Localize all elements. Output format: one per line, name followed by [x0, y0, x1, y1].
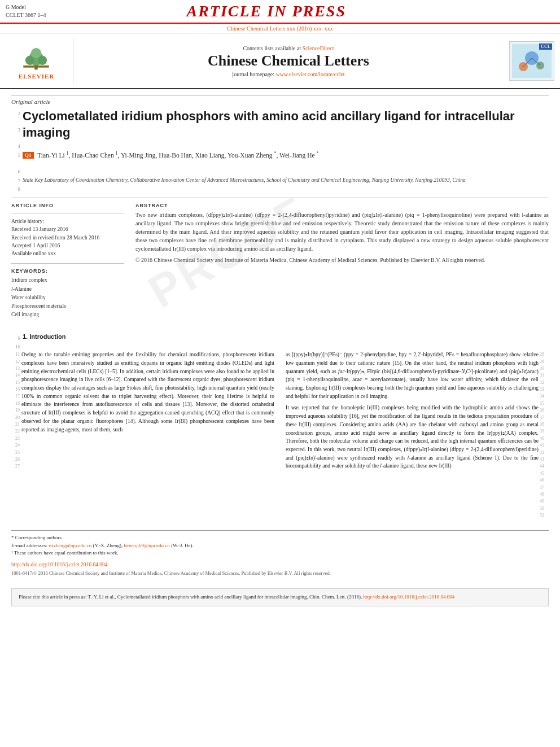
abstract-col: Abstract Two new iridium complexes, (dfp… — [135, 203, 549, 325]
intro-left-text: Owing to the tunable emitting properties… — [21, 351, 274, 434]
email-name-2: (W.-J. He). — [171, 543, 194, 548]
homepage-link[interactable]: www.elsevier.com/locate/cclet — [276, 71, 345, 77]
keywords-section: Keywords: Iridium complex l-Alanine Wate… — [11, 268, 124, 319]
affiliation-content: State Key Laboratory of Coordination Che… — [23, 176, 549, 193]
email-link-2[interactable]: heweiji69@nju.edu.cn — [124, 543, 170, 548]
abstract-paragraph1: Two new iridium complexes, (dfppy)₂Ir(l-… — [135, 211, 549, 253]
article-title: Cyclometallated iridium phosphors with a… — [23, 108, 549, 141]
elsevier-logo: ELSEVIER — [19, 43, 55, 80]
footnote-area: * Corresponding authors. E-mail addresse… — [11, 530, 549, 577]
keywords-label: Keywords: — [11, 268, 124, 274]
authors-content: Q1 Tian-Yi Li 1, Hua-Chao Chen 1, Yi-Min… — [23, 150, 549, 176]
sciencedirect-line: Contents lists available at ScienceDirec… — [243, 45, 334, 51]
issn-line: 1001-8417/© 2016 Chinese Chemical Societ… — [11, 570, 549, 577]
keyword-1: Iridium complex — [11, 276, 124, 285]
main-content: Original article 2 3 4 Cyclometallated i… — [0, 89, 560, 612]
model-label: G Model — [6, 3, 46, 11]
intro-title-area: 9 10 1. Introduction — [11, 333, 549, 351]
journal-homepage: journal homepage: www.elsevier.com/locat… — [232, 71, 344, 77]
intro-right-text2: It was reported that the homoleptic Ir(I… — [286, 404, 539, 470]
affiliation-area: 7 8 State Key Laboratory of Coordination… — [11, 176, 549, 193]
journal-cover: CCL — [509, 41, 554, 81]
footnote-equal: ¹ These authors have equal contribution … — [11, 549, 549, 557]
line-numbers-top: 2 3 4 — [11, 108, 23, 150]
cclet-label: CCLET 3667 1–4 — [6, 11, 46, 19]
citation-bar: Please cite this article in press as: T.… — [11, 588, 549, 606]
sciencedirect-link[interactable]: ScienceDirect — [302, 45, 334, 51]
body-content: 9 10 1. Introduction 11 12 13 14 15 16 1… — [11, 333, 549, 606]
elsevier-tree-icon — [19, 43, 53, 71]
elsevier-text: ELSEVIER — [19, 73, 55, 80]
authors-area: 5 6 Q1 Tian-Yi Li 1, Hua-Chao Chen 1, Yi… — [11, 150, 549, 176]
article-info-abstract: Article info Article history: Received 1… — [11, 203, 549, 325]
right-body-linenums: 28 29 30 31 32 33 34 35 36 37 38 39 40 4… — [539, 351, 549, 519]
left-body-linenums: 11 12 13 14 15 16 17 18 19 20 21 22 23 2… — [11, 351, 21, 519]
line-nums-intro: 9 10 — [11, 333, 23, 351]
keyword-3: Water solubility — [11, 294, 124, 302]
journal-name: Chinese Chemical Letters — [208, 53, 369, 69]
svg-rect-5 — [24, 65, 49, 68]
history-label: Article history: — [11, 218, 124, 225]
citation-doi-link[interactable]: http://dx.doi.org/10.1016/j.cclet.2016.0… — [364, 594, 455, 600]
elsevier-logo-area: ELSEVIER — [0, 38, 73, 84]
keyword-4: Phosphorescent materials — [11, 302, 124, 311]
received-date: Received 13 January 2016 — [11, 226, 124, 233]
article-info-label: Article info — [11, 203, 124, 208]
footnote-corresponding: * Corresponding authors. — [11, 534, 549, 542]
model-info: G Model CCLET 3667 1–4 — [6, 3, 46, 19]
abstract-text: Two new iridium complexes, (dfppy)₂Ir(l-… — [135, 211, 549, 264]
right-col-wrapper: as [(ppy)₂Ir(bpy)]⁺(PF₆)⁻ (ppy = 2-pheny… — [286, 351, 549, 519]
divider1 — [11, 198, 549, 198]
keyword-5: Cell imaging — [11, 311, 124, 319]
citation-text: Please cite this article in press as: T.… — [19, 594, 362, 600]
right-body-col: as [(ppy)₂Ir(bpy)]⁺(PF₆)⁻ (ppy = 2-pheny… — [286, 351, 539, 519]
left-col-wrapper: 11 12 13 14 15 16 17 18 19 20 21 22 23 2… — [11, 351, 274, 519]
article-type: Original article — [11, 95, 549, 105]
intro-section-title: 1. Introduction — [23, 333, 65, 340]
divider2 — [11, 213, 124, 213]
article-info-col: Article info Article history: Received 1… — [11, 203, 124, 325]
abstract-section: Article info Article history: Received 1… — [11, 203, 549, 325]
journal-header: ELSEVIER Contents lists available at Sci… — [0, 34, 560, 89]
doi-link[interactable]: http://dx.doi.org/10.1016/j.cclet.2016.0… — [11, 562, 108, 567]
abstract-label: Abstract — [135, 203, 549, 208]
left-body-col: Owing to the tunable emitting properties… — [21, 351, 274, 519]
footnote-email-label: E-mail addresses: — [11, 543, 47, 548]
q1-badge: Q1 — [23, 152, 34, 159]
keyword-2: l-Alanine — [11, 285, 124, 294]
available-date: Available online xxx — [11, 250, 124, 257]
email-name-1: (Y.-X. Zheng), — [93, 543, 123, 548]
accepted-date: Accepted 1 April 2016 — [11, 242, 124, 250]
revised-date: Received in revised form 28 March 2016 — [11, 234, 124, 242]
intro-title: 1. Introduction — [23, 333, 65, 351]
title-area: 2 3 4 Cyclometallated iridium phosphors … — [11, 108, 549, 150]
svg-point-4 — [31, 48, 41, 58]
line-numbers-authors: 5 6 — [11, 150, 23, 176]
journal-cover-area: CCL — [504, 38, 560, 84]
keywords-list: Iridium complex l-Alanine Water solubili… — [11, 276, 124, 319]
affiliation-text: State Key Laboratory of Coordination Che… — [23, 177, 549, 183]
abstract-copyright: © 2016 Chinese Chemical Society and Inst… — [135, 256, 549, 264]
doi-line: http://dx.doi.org/10.1016/j.cclet.2016.0… — [11, 561, 549, 569]
article-in-press-banner: ARTICLE IN PRESS — [46, 2, 487, 20]
authors-list: Q1 Tian-Yi Li 1, Hua-Chao Chen 1, Yi-Min… — [23, 150, 549, 160]
line-numbers-affil: 7 8 — [11, 176, 23, 193]
ccl-badge: CCL — [539, 43, 552, 50]
intro-right-text1: as [(ppy)₂Ir(bpy)]⁺(PF₆)⁻ (ppy = 2-pheny… — [286, 351, 539, 400]
journal-ref: Chinese Chemical Letters xxx (2016) xxx–… — [0, 24, 560, 34]
footnote-emails: E-mail addresses: yxzheng@nju.edu.cn (Y.… — [11, 542, 549, 550]
article-info-section: Article info Article history: Received 1… — [11, 203, 124, 257]
divider3 — [11, 263, 124, 264]
top-banner: G Model CCLET 3667 1–4 ARTICLE IN PRESS — [0, 0, 560, 24]
body-two-col: 11 12 13 14 15 16 17 18 19 20 21 22 23 2… — [11, 351, 549, 519]
title-content: Cyclometallated iridium phosphors with a… — [23, 108, 549, 150]
email-link-1[interactable]: yxzheng@nju.edu.cn — [49, 543, 91, 548]
journal-title-area: Contents lists available at ScienceDirec… — [73, 38, 504, 84]
